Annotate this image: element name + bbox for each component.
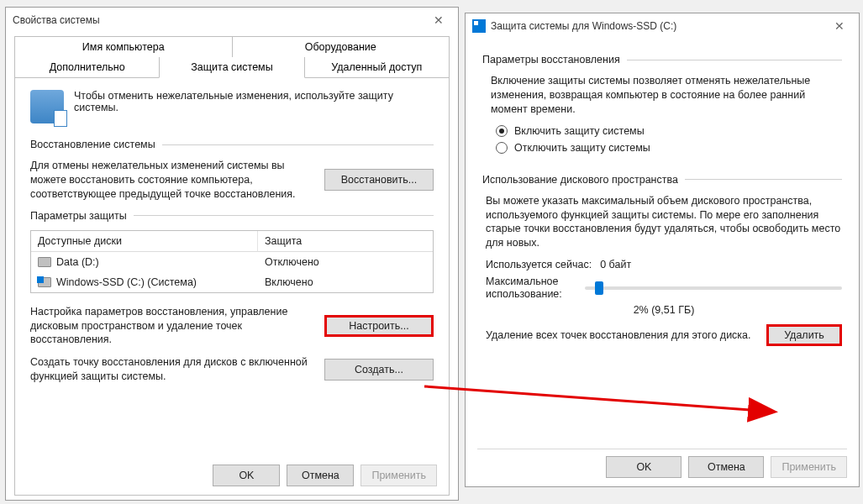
table-row[interactable]: Windows-SSD (C:) (Система) Включено	[31, 272, 433, 292]
tab-remote[interactable]: Удаленный доступ	[304, 57, 450, 78]
group-restore-params-title: Параметры восстановления	[482, 54, 620, 66]
disk-icon	[38, 277, 51, 287]
col-disks: Доступные диски	[31, 231, 258, 252]
configure-button[interactable]: Настроить...	[324, 315, 434, 337]
restore-text: Для отмены нежелательных изменений систе…	[30, 159, 314, 202]
restore-button[interactable]: Восстановить...	[324, 169, 434, 191]
group-disk-usage-title: Использование дискового пространства	[482, 174, 678, 186]
radio-icon	[496, 142, 508, 154]
create-text: Создать точку восстановления для дисков …	[30, 355, 314, 384]
apply-button: Применить	[771, 456, 847, 478]
radio-enable-protection[interactable]: Включить защиту системы	[482, 125, 842, 137]
disk-name: Data (D:)	[56, 256, 99, 268]
max-usage-slider[interactable]	[585, 286, 842, 290]
delete-button[interactable]: Удалить	[766, 324, 842, 346]
radio-label: Включить защиту системы	[514, 125, 645, 137]
separator	[134, 215, 434, 216]
tab-hardware[interactable]: Оборудование	[232, 36, 450, 57]
restore-desc: Включение защиты системы позволяет отмен…	[482, 74, 842, 117]
apply-button: Применить	[360, 465, 437, 486]
table-row[interactable]: Data (D:) Отключено	[31, 252, 433, 272]
tabstrip: Имя компьютера Оборудование Дополнительн…	[14, 36, 450, 78]
system-protection-icon	[30, 90, 64, 123]
tab-computer-name[interactable]: Имя компьютера	[14, 36, 233, 57]
radio-icon	[496, 125, 508, 137]
group-params-title: Параметры защиты	[30, 210, 127, 222]
tab-system-protection[interactable]: Защита системы	[159, 57, 304, 78]
separator	[627, 60, 842, 60]
separator	[162, 144, 434, 145]
col-protection: Защита	[258, 231, 433, 252]
separator	[685, 179, 842, 180]
disk-protection: Отключено	[258, 252, 433, 272]
tab-advanced[interactable]: Дополнительно	[14, 57, 160, 78]
radio-label: Отключить защиту системы	[514, 142, 650, 154]
disk-icon	[38, 257, 51, 267]
delete-text: Удаление всех точек восстановления для э…	[486, 328, 756, 343]
slider-thumb[interactable]	[595, 281, 603, 295]
titlebar: Защита системы для Windows-SSD (C:) ✕	[466, 13, 859, 39]
disk-protection: Включено	[258, 272, 433, 292]
titlebar: Свойства системы ✕	[6, 8, 458, 33]
window-title: Свойства системы	[13, 14, 100, 26]
protection-settings-window: Защита системы для Windows-SSD (C:) ✕ Па…	[465, 13, 860, 487]
slider-value: 2% (9,51 ГБ)	[486, 304, 842, 316]
window-title: Защита системы для Windows-SSD (C:)	[491, 20, 676, 32]
group-restore-title: Восстановление системы	[30, 139, 155, 150]
disk-table: Доступные диски Защита Data (D:) Отключе…	[30, 230, 434, 293]
disk-name: Windows-SSD (C:) (Система)	[56, 276, 197, 288]
disk-usage-desc: Вы можете указать максимальный объем дис…	[486, 194, 842, 251]
used-value: 0 байт	[600, 259, 631, 270]
close-icon[interactable]: ✕	[426, 13, 451, 27]
system-properties-window: Свойства системы ✕ Имя компьютера Оборуд…	[5, 7, 459, 501]
close-icon[interactable]: ✕	[827, 19, 852, 33]
max-usage-label: Максимальное использование:	[486, 276, 578, 301]
used-label: Используется сейчас:	[486, 259, 592, 270]
configure-text: Настройка параметров восстановления, упр…	[30, 305, 314, 348]
cancel-button[interactable]: Отмена	[688, 456, 764, 478]
create-button[interactable]: Создать...	[324, 359, 434, 381]
ok-button[interactable]: OK	[606, 456, 681, 478]
radio-disable-protection[interactable]: Отключить защиту системы	[482, 142, 842, 154]
ok-button[interactable]: OK	[213, 465, 280, 486]
windows-icon	[472, 19, 486, 33]
intro-text: Чтобы отменить нежелательные изменения, …	[74, 90, 434, 123]
cancel-button[interactable]: Отмена	[287, 465, 354, 486]
dialog-body: Параметры восстановления Включение защит…	[466, 39, 859, 486]
tab-panel: Чтобы отменить нежелательные изменения, …	[14, 77, 450, 496]
